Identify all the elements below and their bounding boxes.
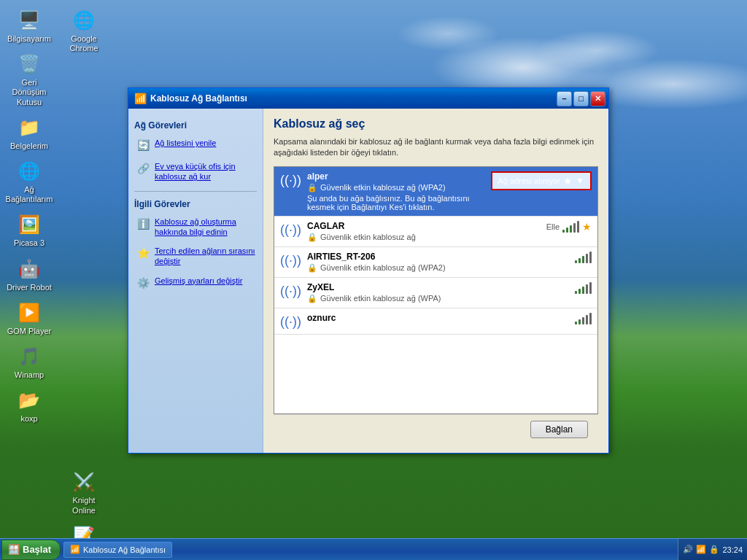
recycle-icon: 🗑️ <box>18 52 41 76</box>
panel-item-refresh-label[interactable]: Ağ listesini yenile <box>155 138 216 148</box>
connect-button[interactable]: Bağlan <box>530 421 588 438</box>
desktop-icon-label: Belgelerim <box>10 141 48 151</box>
desktop-icon-google-chrome[interactable]: 🌐 Google Chrome <box>58 7 109 55</box>
lock-icon-caglar: 🔒 <box>307 233 317 242</box>
panel-item-order[interactable]: ⭐ Tercih edilen ağların sırasını değişti… <box>134 244 257 268</box>
network-item-oznurc[interactable]: ((·)) oznurc <box>274 308 597 335</box>
right-panel-desc: Kapsama alanındaki bir kablosuz ağ ile b… <box>274 136 598 159</box>
signal-bars-zyxel <box>575 282 592 294</box>
star-icon-caglar: ★ <box>582 221 592 233</box>
network-right-caglar: Elle ★ <box>546 221 592 233</box>
desktop-icon-winamp[interactable]: 🎵 Winamp <box>4 343 55 381</box>
network-security-text-alper: Güvenlik etkin kablosuz ağ (WPA2) <box>320 183 446 192</box>
start-button[interactable]: 🪟 Başlat <box>1 540 61 560</box>
desktop-icon-label: GOM Player <box>7 327 52 336</box>
network-security-text-zyxel: Güvenlik etkin kablosuz ağ (WPA) <box>320 294 441 303</box>
panel-item-order-label[interactable]: Tercih edilen ağların sırasını değiştir <box>155 246 255 267</box>
signal-bars-airties <box>575 252 592 263</box>
network-security-alper: 🔒 Güvenlik etkin kablosuz ağ (WPA2) <box>307 183 485 192</box>
network-name-caglar: CAGLAR <box>307 221 541 231</box>
dialog-footer: Bağlan <box>274 414 598 444</box>
signal-bar-3 <box>570 225 572 233</box>
lock-icon-zyxel: 🔒 <box>307 294 317 303</box>
network-info-zyxel: ZyXEL 🔒 Güvenlik etkin kablosuz ağ (WPA) <box>307 282 569 303</box>
network-item-caglar[interactable]: ((·)) CAGLAR 🔒 Güvenlik etkin kablosuz a… <box>274 217 597 247</box>
network-item-alper[interactable]: ((·)) alper 🔒 Güvenlik etkin kablosuz ağ… <box>274 167 597 217</box>
panel-item-refresh[interactable]: 🔄 Ağ listesini yenile <box>134 136 257 154</box>
elle-text-caglar: Elle <box>546 222 560 231</box>
taskbar-time: 23:24 <box>722 545 743 554</box>
knight-online-icon: ⚔️ <box>72 470 96 494</box>
network-info-alper: alper 🔒 Güvenlik etkin kablosuz ağ (WPA2… <box>307 171 485 211</box>
desktop-icon-knight-online[interactable]: ⚔️ Knight Online <box>58 469 109 516</box>
panel-divider-1 <box>134 191 257 192</box>
desktop-icon-label: Picasa 3 <box>14 238 44 248</box>
network-info-oznurc: oznurc <box>307 313 569 323</box>
panel-item-learn-label[interactable]: Kablosuz ağ oluşturma hakkında bilgi edi… <box>155 217 255 238</box>
signal-bar-2 <box>566 228 568 233</box>
settings-icon: ⚙️ <box>136 276 150 290</box>
desktop-icon-label: koxp <box>20 414 37 424</box>
network-item-zyxel[interactable]: ((·)) ZyXEL 🔒 Güvenlik etkin kablosuz ağ… <box>274 278 597 308</box>
signal-bar-1 <box>575 260 577 263</box>
desktop-icon-koxp[interactable]: 📂 koxp <box>4 387 55 425</box>
network-right-zyxel <box>575 282 592 294</box>
star-icon-alper: ★ <box>563 175 573 187</box>
title-bar-left: 📶 Kablosuz Ağ Bağlantısı <box>134 93 247 104</box>
desktop-icon-picasa[interactable]: 🖼️ Picasa 3 <box>4 211 55 249</box>
wifi-icon-airties: ((·)) <box>280 253 301 268</box>
signal-bar-4 <box>573 223 576 233</box>
signal-bar-1 <box>575 291 577 294</box>
lock-icon-alper: 🔒 <box>307 183 317 192</box>
star-list-icon: ⭐ <box>136 246 150 260</box>
network-security-caglar: 🔒 Güvenlik etkin kablosuz ağ <box>307 233 541 242</box>
taskbar-item-icon: 📶 <box>70 545 80 554</box>
panel-item-setup[interactable]: 🔗 Ev veya küçük ofis için kablosuz ağ ku… <box>134 160 257 184</box>
desktop-icon-geri-donusum[interactable]: 🗑️ Geri Dönüşüm Kutusu <box>4 51 55 109</box>
desktop-icon-label: Google Chrome <box>60 34 108 53</box>
network-list[interactable]: ((·)) alper 🔒 Güvenlik etkin kablosuz ağ… <box>274 166 598 414</box>
signal-bars-oznurc <box>575 313 592 324</box>
signal-bar-1 <box>575 322 577 324</box>
status-badge-alper: Ağ adresi alınıyor ★ ▼ <box>491 171 592 190</box>
signal-bar-3 <box>582 317 584 324</box>
desktop: 🖥️ Bilgisayarım 🗑️ Geri Dönüşüm Kutusu 📁… <box>0 0 747 560</box>
wireless-title-icon: 📶 <box>134 93 146 104</box>
desktop-icon-belgelerim[interactable]: 📁 Belgelerim <box>4 114 55 152</box>
taskbar-tray: 🔊 📶 🔒 23:24 <box>678 539 747 560</box>
signal-bar-5 <box>589 252 592 263</box>
network-security-text-caglar: Güvenlik etkin kablosuz ağ <box>320 233 416 241</box>
network-security-airties: 🔒 Güvenlik etkin kablosuz ağ (WPA2) <box>307 263 569 273</box>
signal-bar-3 <box>582 256 584 263</box>
tray-icon-3: 🔒 <box>709 545 719 554</box>
wireless-network-dialog: 📶 Kablosuz Ağ Bağlantısı – □ ✕ Ağ Görevl… <box>128 88 609 454</box>
desktop-icon-ag-baglantilari[interactable]: 🌐 Ağ Bağlantılarım <box>4 158 55 206</box>
maximize-button[interactable]: □ <box>573 91 589 106</box>
taskbar-item-wireless[interactable]: 📶 Kablosuz Ağ Bağlantısı <box>63 542 172 558</box>
network-security-text-airties: Güvenlik etkin kablosuz ağ (WPA2) <box>320 263 446 272</box>
panel-item-advanced-label[interactable]: Gelişmiş ayarları değiştir <box>155 276 242 286</box>
network-security-zyxel: 🔒 Güvenlik etkin kablosuz ağ (WPA) <box>307 294 569 303</box>
desktop-icon-bilgisayarim[interactable]: 🖥️ Bilgisayarım <box>4 7 55 45</box>
desktop-icon-label: Knight Online <box>60 496 108 515</box>
signal-bars-caglar <box>562 221 579 233</box>
desktop-icon-label: Bilgisayarım <box>7 34 51 44</box>
left-panel: Ağ Görevleri 🔄 Ağ listesini yenile 🔗 Ev … <box>128 109 263 453</box>
desktop-icon-label: Ağ Bağlantılarım <box>5 185 53 204</box>
minimize-button[interactable]: – <box>557 91 572 106</box>
title-bar-buttons: – □ ✕ <box>557 91 605 106</box>
panel-item-advanced[interactable]: ⚙️ Gelişmiş ayarları değiştir <box>134 274 257 292</box>
network-item-airties[interactable]: ((·)) AIRTIES_RT-206 🔒 Güvenlik etkin ka… <box>274 247 597 278</box>
gom-player-icon: ▶️ <box>18 301 41 324</box>
driver-robot-icon: 🤖 <box>18 257 41 281</box>
info-icon: ℹ️ <box>136 217 150 231</box>
desktop-icon-label: Driver Robot <box>7 283 52 292</box>
close-button[interactable]: ✕ <box>590 91 605 106</box>
panel-item-setup-label[interactable]: Ev veya küçük ofis için kablosuz ağ kur <box>155 161 255 182</box>
network-name-alper: alper <box>307 171 485 182</box>
wifi-icon-zyxel: ((·)) <box>280 284 301 299</box>
desktop-icon-driver-robot[interactable]: 🤖 Driver Robot <box>4 256 55 294</box>
network-info-caglar: CAGLAR 🔒 Güvenlik etkin kablosuz ağ <box>307 221 541 242</box>
panel-item-learn[interactable]: ℹ️ Kablosuz ağ oluşturma hakkında bilgi … <box>134 215 257 239</box>
desktop-icon-gom-player[interactable]: ▶️ GOM Player <box>4 300 55 338</box>
